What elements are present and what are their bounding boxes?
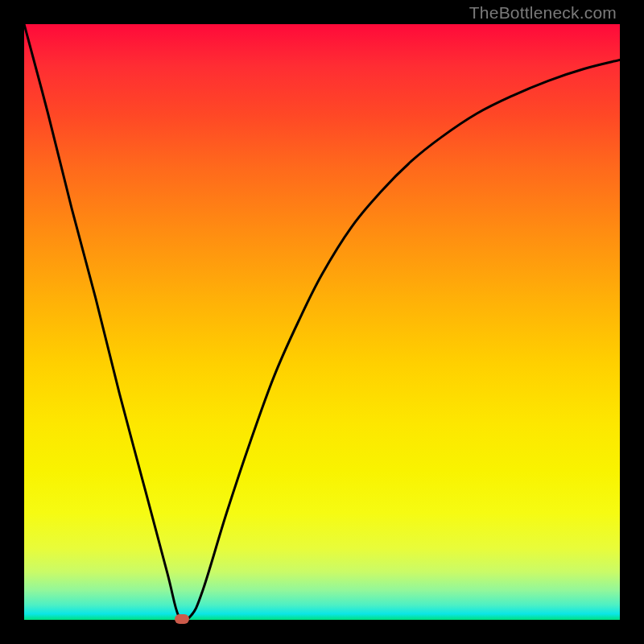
bottleneck-curve [24,24,620,620]
watermark-text: TheBottleneck.com [469,3,617,23]
chart-frame [24,24,620,620]
minimum-marker [175,614,189,624]
